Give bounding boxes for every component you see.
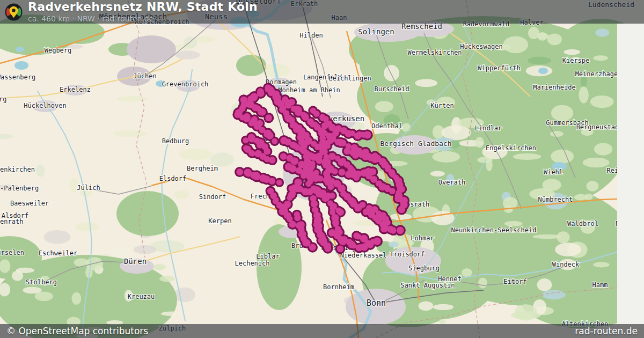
map-town-label: Heinsberg (0, 95, 7, 103)
footer-bar: © OpenStreetMap contributors rad-routen.… (0, 324, 644, 338)
osm-attribution-link[interactable]: © OpenStreetMap contributors (6, 326, 148, 336)
map-town-label: Wermelskirchen (407, 49, 462, 56)
map-viewport[interactable]: DüsseldorfNeussErkrathHaanHildenSolingen… (0, 0, 644, 338)
map-town-label: Niederkassel (340, 252, 387, 259)
map-town-label: Hilden (299, 32, 323, 39)
map-town-label: Windeck (552, 261, 580, 268)
map-town-label: Siegburg (408, 264, 440, 272)
map-town-label: Leichlingen (328, 75, 371, 82)
map-town-label: Eschweiler (39, 249, 77, 257)
map-town-label: Hückelhoven (24, 102, 66, 109)
map-town-label: Meinerzhagen (575, 70, 622, 78)
map-town-label: Geilenkirchen (0, 166, 35, 173)
page-title: Radverkehrsnetz NRW, Stadt Köln (28, 1, 258, 13)
map-town-label: Baesweiler (10, 200, 49, 207)
page-subtitle: ca. 460 km · NRW · rad-routen.de (28, 15, 258, 23)
map-town-label: Würselen (0, 249, 24, 256)
map-town-label: Overath (438, 179, 466, 186)
map-town-label: Jülich (77, 184, 100, 192)
map-town-label: Hamm (592, 281, 608, 289)
map-town-label: Wipperfürth (478, 64, 520, 72)
map-canvas: DüsseldorfNeussErkrathHaanHildenSolingen… (0, 0, 644, 338)
map-town-label: Lechenich (235, 260, 269, 267)
map-town-label: Solingen (358, 27, 394, 36)
map-town-label: Übach-Palenberg (0, 183, 39, 192)
map-town-label: Erkelenz (60, 86, 91, 93)
map-town-label: Wiehl (544, 168, 563, 176)
map-town-label: Nümbrecht (538, 196, 573, 203)
map-town-label: Bonn (367, 298, 386, 308)
map-town-label: Waldbröl (567, 220, 598, 227)
header-bar: Radverkehrsnetz NRW, Stadt Köln ca. 460 … (0, 0, 644, 24)
map-town-label: Bornheim (323, 283, 354, 291)
map-town-label: Neunkirchen-Seelscheid (451, 226, 537, 234)
map-town-label: Sankt Augustin (400, 282, 455, 289)
map-town-label: Elsdorf (159, 175, 187, 182)
map-town-label: Liblar (256, 253, 279, 260)
map-town-label: Kreuzau (128, 293, 155, 300)
map-town-label: Troisdorf (390, 251, 425, 258)
map-town-label: Kürten (430, 102, 453, 109)
map-town-label: Hückeswagen (460, 43, 502, 50)
map-town-label: Bergisch Gladbach (380, 139, 451, 148)
map-town-label: Lohmar (411, 234, 434, 242)
map-town-label: Bergheim (187, 165, 218, 172)
map-town-label: Engelskirchen (486, 144, 536, 152)
map-town-label: Kierspe (562, 57, 590, 64)
map-town-label: Hennef (438, 275, 461, 283)
map-town-label: Wassenberg (0, 74, 35, 81)
map-town-label: Herzogenrath (0, 218, 23, 225)
map-town-label: Düren (124, 257, 147, 266)
map-town-label: Marienheide (533, 84, 575, 91)
map-town-label: Bergneustadt (576, 123, 623, 131)
map-town-label: Sindorf (199, 193, 226, 201)
site-logo-icon (5, 3, 23, 21)
map-town-label: Odenthal (371, 122, 402, 130)
map-town-label: Jüchen (133, 72, 156, 80)
map-town-label: Eitorf (503, 278, 526, 285)
map-town-label: Kerpen (208, 217, 231, 225)
map-town-label: Monheim am Rhein (278, 86, 340, 94)
unloaded-tile-area (617, 24, 644, 324)
brand-link[interactable]: rad-routen.de (575, 326, 638, 336)
map-town-label: Burscheid (374, 85, 409, 93)
map-town-label: Wegberg (45, 47, 72, 54)
map-town-label: Stolberg (26, 278, 57, 286)
map-town-label: Lindlar (475, 124, 502, 132)
map-town-label: Bedburg (162, 137, 189, 145)
map-town-label: Grevenbroich (162, 80, 209, 88)
